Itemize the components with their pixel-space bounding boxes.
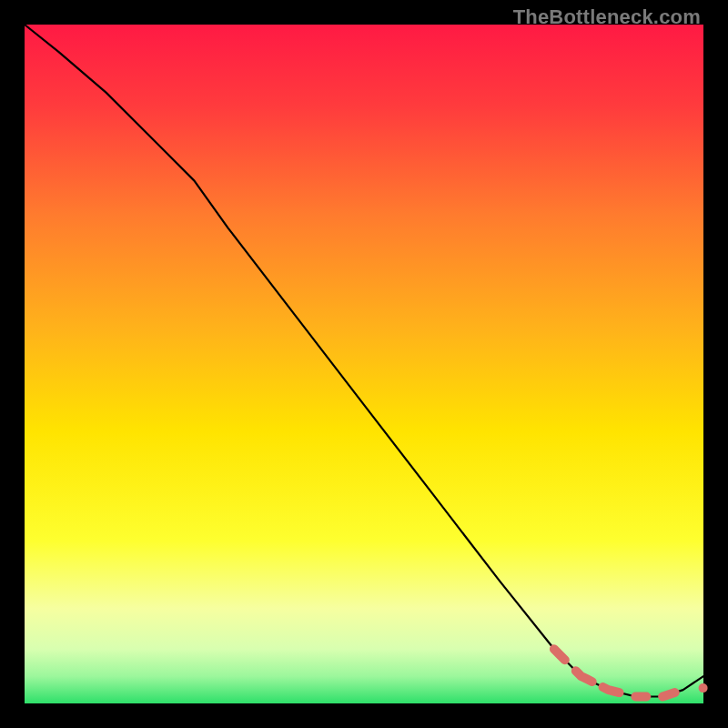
- chart-container: TheBottleneck.com: [0, 0, 728, 728]
- highlight-end-dot: [699, 683, 708, 693]
- chart-overlay: [25, 25, 703, 703]
- highlight-dash: [662, 693, 675, 696]
- highlight-dash: [576, 671, 592, 682]
- line-series-curve: [25, 25, 703, 697]
- highlight-dash: [554, 649, 565, 660]
- highlight-dash: [603, 687, 620, 693]
